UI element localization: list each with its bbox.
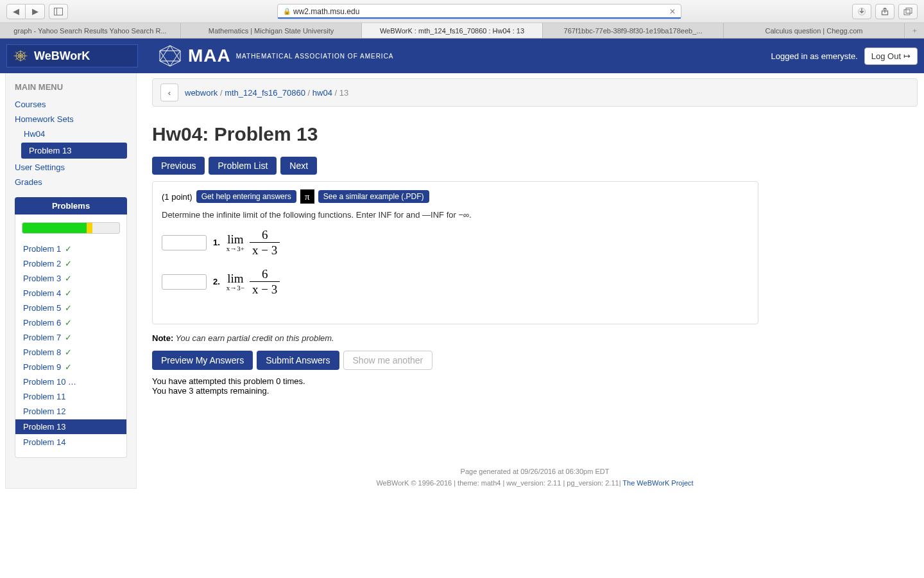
sidebar-toggle-button[interactable]: [49, 4, 68, 19]
sidebar: MAIN MENU Courses Homework Sets Hw04 Pro…: [5, 73, 137, 489]
problem-link[interactable]: Problem 9 ✓: [22, 360, 120, 374]
new-tab-button[interactable]: ＋: [905, 23, 924, 38]
downloads-button[interactable]: [852, 4, 871, 19]
points-label: (1 point): [162, 192, 193, 202]
check-icon: ✓: [62, 333, 72, 342]
sidebar-link-grades[interactable]: Grades: [6, 175, 136, 189]
problem-link[interactable]: Problem 2 ✓: [22, 256, 120, 271]
check-icon: ✓: [62, 288, 72, 298]
q1-number: 1.: [213, 238, 220, 247]
url-bar[interactable]: 🔒 ww2.math.msu.edu ✕: [277, 4, 681, 19]
breadcrumb-current: 13: [339, 88, 348, 98]
similar-example-button[interactable]: See a similar example (.PDF): [318, 190, 429, 203]
share-icon: [881, 8, 889, 15]
breadcrumb-link[interactable]: webwork: [185, 88, 218, 98]
problems-panel-header: Problems: [15, 197, 127, 215]
logged-in-text: Logged in as emeryste.: [771, 51, 858, 61]
problem-link[interactable]: Problem 12: [22, 404, 120, 419]
problem-link[interactable]: Problem 8 ✓: [22, 345, 120, 360]
attempts-line-1: You have attempted this problem 0 times.: [152, 376, 918, 386]
check-icon: ✓: [62, 244, 72, 254]
browser-tab[interactable]: 767f1bbc-77eb-38f9-8f30-1e19ba178eeb_...: [543, 23, 724, 38]
icosahedron-icon: [157, 44, 183, 67]
content: ‹ webwork / mth_124_fs16_70860 / hw04 / …: [137, 73, 924, 489]
sidebar-title: MAIN MENU: [6, 80, 136, 97]
problems-panel: Problem 1 ✓Problem 2 ✓Problem 3 ✓Problem…: [15, 215, 127, 458]
problem-link[interactable]: Problem 13: [15, 419, 126, 434]
svg-rect-0: [55, 8, 63, 15]
note-text: You can earn partial credit on this prob…: [173, 333, 334, 343]
pi-icon[interactable]: π: [300, 189, 314, 204]
back-button[interactable]: ◀: [6, 4, 26, 19]
answer-input-1[interactable]: [162, 235, 207, 250]
note-label: Note:: [152, 333, 173, 343]
org-abbr: MAA: [188, 46, 231, 66]
panel-icon: [54, 8, 63, 15]
problem-link[interactable]: Problem 1 ✓: [22, 241, 120, 256]
app-header: WeBWorK MAA MATHEMATICAL ASSOCIATION OF …: [0, 39, 924, 73]
breadcrumb: webwork / mth_124_fs16_70860 / hw04 / 13: [185, 88, 348, 98]
check-icon: ✓: [62, 318, 72, 328]
prev-button[interactable]: Previous: [152, 157, 205, 175]
browser-tab[interactable]: Mathematics | Michigan State University: [181, 23, 362, 38]
svg-rect-5: [906, 8, 912, 13]
lock-icon: 🔒: [283, 8, 291, 15]
download-icon: [858, 8, 866, 15]
check-icon: ✓: [62, 347, 72, 357]
browser-tab[interactable]: WeBWorK : mth_124_fs16_70860 : Hw04 : 13: [362, 23, 543, 38]
breadcrumb-link[interactable]: hw04: [312, 88, 332, 98]
sidebar-link-courses[interactable]: Courses: [6, 97, 136, 112]
problem-link[interactable]: Problem 7 ✓: [22, 330, 120, 345]
check-icon: ✓: [62, 259, 72, 268]
browser-toolbar: ◀ ▶ 🔒 ww2.math.msu.edu ✕: [0, 0, 924, 23]
browser-tabs: graph - Yahoo Search Results Yahoo Searc…: [0, 23, 924, 39]
math-limit-2: limx→3− 6x − 3: [227, 268, 280, 295]
footer: Page generated at 09/26/2016 at 06:30pm …: [152, 466, 918, 489]
load-progress: [278, 17, 681, 19]
breadcrumb-back-button[interactable]: ‹: [160, 83, 178, 101]
problem-link[interactable]: Problem 10 …: [22, 374, 120, 389]
breadcrumb-link[interactable]: mth_124_fs16_70860: [225, 88, 305, 98]
forward-button[interactable]: ▶: [26, 4, 45, 19]
breadcrumb-bar: ‹ webwork / mth_124_fs16_70860 / hw04 / …: [152, 78, 918, 107]
next-button[interactable]: Next: [280, 157, 317, 175]
sidebar-selected-problem[interactable]: Problem 13: [21, 143, 127, 159]
share-button[interactable]: [875, 4, 894, 19]
instructions: Determine the infinite limit of the foll…: [162, 210, 749, 220]
answer-input-2[interactable]: [162, 274, 207, 290]
problem-link[interactable]: Problem 3 ✓: [22, 271, 120, 286]
submit-button[interactable]: Submit Answers: [257, 351, 339, 370]
show-another-button: Show me another: [343, 351, 433, 370]
math-limit-1: limx→3+ 6x − 3: [227, 229, 280, 256]
sidebar-link-hw04[interactable]: Hw04: [6, 127, 136, 141]
sidebar-link-user-settings[interactable]: User Settings: [6, 160, 136, 175]
logout-button[interactable]: Log Out ↦: [864, 48, 918, 65]
page-title: Hw04: Problem 13: [152, 123, 918, 145]
problem-link[interactable]: Problem 5 ✓: [22, 301, 120, 315]
footer-meta: WeBWorK © 1996-2016 | theme: math4 | ww_…: [376, 479, 622, 487]
problem-link[interactable]: Problem 6 ✓: [22, 315, 120, 330]
problem-link[interactable]: Problem 4 ✓: [22, 286, 120, 301]
problem-link[interactable]: Problem 14: [22, 435, 120, 450]
url-host: ww2.math.msu.edu: [293, 7, 359, 16]
problem-list-button[interactable]: Problem List: [209, 157, 277, 175]
problems-progress: [22, 222, 120, 234]
problem-link[interactable]: Problem 11: [22, 389, 120, 404]
q2-number: 2.: [213, 277, 220, 286]
note: Note: You can earn partial credit on thi…: [152, 333, 918, 343]
browser-tab[interactable]: graph - Yahoo Search Results Yahoo Searc…: [0, 23, 181, 38]
check-icon: ✓: [62, 362, 72, 372]
question-2: 2. limx→3− 6x − 3: [162, 268, 749, 295]
tabs-button[interactable]: [898, 4, 918, 19]
footer-project-link[interactable]: The WeBWorK Project: [622, 479, 693, 487]
attempts-line-2: You have 3 attempts remaining.: [152, 386, 918, 396]
browser-tab[interactable]: Calculus question | Chegg.com: [724, 23, 905, 38]
org-brand: MAA MATHEMATICAL ASSOCIATION OF AMERICA: [157, 44, 394, 67]
logout-label: Log Out: [871, 51, 901, 61]
brand-box[interactable]: WeBWorK: [6, 44, 138, 67]
sidebar-link-hwsets[interactable]: Homework Sets: [6, 112, 136, 127]
preview-button[interactable]: Preview My Answers: [152, 351, 253, 370]
logout-icon: ↦: [903, 51, 911, 61]
stop-reload-icon[interactable]: ✕: [669, 7, 676, 16]
help-button[interactable]: Get help entering answers: [196, 190, 296, 203]
